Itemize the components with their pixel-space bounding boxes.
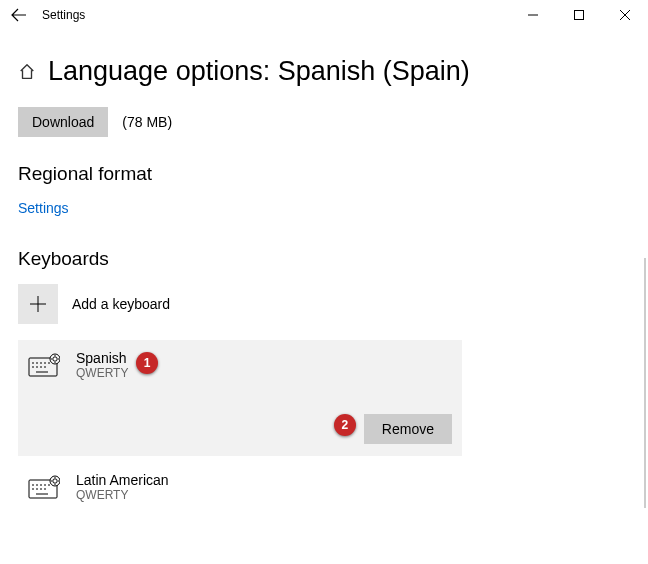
remove-button[interactable]: Remove (364, 414, 452, 444)
keyboard-icon (28, 353, 60, 377)
keyboard-layout: QWERTY (76, 488, 169, 502)
keyboard-text: Latin American QWERTY (76, 472, 169, 502)
remove-row: 2 Remove (28, 414, 452, 444)
keyboards-heading: Keyboards (18, 248, 630, 270)
keyboard-name: Latin American (76, 472, 169, 488)
content-area: Language options: Spanish (Spain) Downlo… (0, 30, 648, 508)
download-button[interactable]: Download (18, 107, 108, 137)
back-arrow-icon (11, 7, 27, 23)
home-icon[interactable] (18, 63, 36, 81)
window-controls (510, 0, 648, 30)
annotation-badge-1: 1 (136, 352, 158, 374)
app-title: Settings (42, 8, 85, 22)
download-size: (78 MB) (122, 114, 172, 130)
back-button[interactable] (8, 4, 30, 26)
add-keyboard-button[interactable]: Add a keyboard (18, 284, 630, 324)
keyboard-icon (28, 475, 60, 499)
titlebar: Settings (0, 0, 648, 30)
regional-settings-link[interactable]: Settings (18, 200, 69, 216)
keyboard-item-latin-american[interactable]: Latin American QWERTY (18, 466, 462, 508)
minimize-icon (528, 10, 538, 20)
keyboard-name: Spanish (76, 350, 128, 366)
download-row: Download (78 MB) (18, 107, 630, 137)
maximize-icon (574, 10, 584, 20)
scrollbar[interactable] (644, 258, 646, 508)
plus-icon (29, 295, 47, 313)
svg-rect-1 (575, 11, 584, 20)
keyboard-row: Latin American QWERTY (28, 472, 452, 502)
maximize-button[interactable] (556, 0, 602, 30)
page-heading-row: Language options: Spanish (Spain) (18, 56, 630, 87)
titlebar-left: Settings (8, 4, 85, 26)
close-icon (620, 10, 630, 20)
close-button[interactable] (602, 0, 648, 30)
keyboard-text: Spanish QWERTY (76, 350, 128, 380)
keyboard-row: Spanish QWERTY (28, 350, 452, 380)
plus-box (18, 284, 58, 324)
minimize-button[interactable] (510, 0, 556, 30)
add-keyboard-label: Add a keyboard (72, 296, 170, 312)
keyboard-item-spanish[interactable]: Spanish QWERTY 1 2 Remove (18, 340, 462, 456)
annotation-badge-2: 2 (334, 414, 356, 436)
regional-format-heading: Regional format (18, 163, 630, 185)
page-title: Language options: Spanish (Spain) (48, 56, 470, 87)
keyboard-layout: QWERTY (76, 366, 128, 380)
